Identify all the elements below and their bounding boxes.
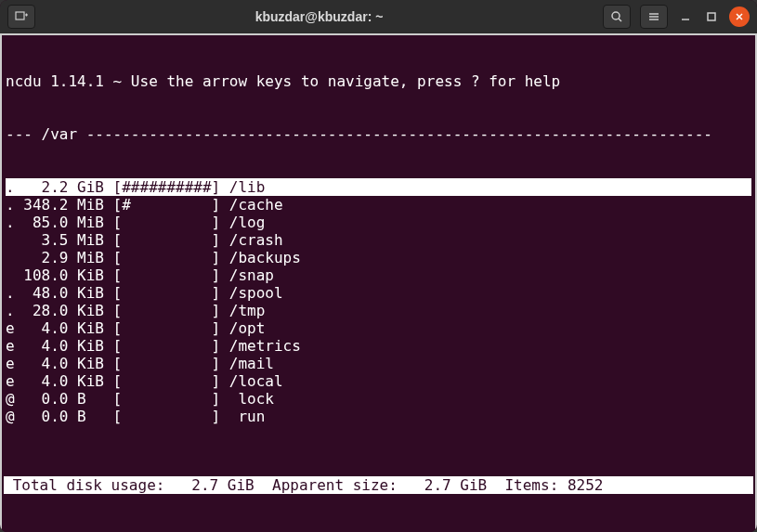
new-tab-button[interactable] <box>7 5 35 29</box>
window-title: kbuzdar@kbuzdar: ~ <box>43 9 595 24</box>
svg-rect-0 <box>16 12 24 19</box>
terminal-window: kbuzdar@kbuzdar: ~ <box>0 0 757 532</box>
path-line: --- /var -------------------------------… <box>6 125 751 143</box>
dir-row[interactable]: e 4.0 KiB [ ] /mail <box>6 355 751 372</box>
footer: Total disk usage: 2.7 GiB Apparent size:… <box>2 441 755 532</box>
svg-line-2 <box>619 19 621 21</box>
dir-row[interactable]: . 28.0 KiB [ ] /tmp <box>6 302 751 319</box>
close-icon <box>735 12 744 21</box>
dir-row[interactable]: 108.0 KiB [ ] /snap <box>6 266 751 284</box>
search-icon <box>610 10 623 23</box>
svg-point-1 <box>612 12 620 19</box>
menu-button[interactable] <box>640 5 668 29</box>
maximize-icon <box>706 11 717 22</box>
dir-row[interactable]: . 48.0 KiB [ ] /spool <box>6 284 751 302</box>
dir-row[interactable]: 2.9 MiB [ ] /backups <box>6 249 751 266</box>
dir-row[interactable]: e 4.0 KiB [ ] /opt <box>6 319 751 337</box>
search-button[interactable] <box>603 5 631 29</box>
dir-row[interactable]: . 2.2 GiB [##########] /lib <box>6 178 751 196</box>
dir-row[interactable]: . 348.2 MiB [# ] /cache <box>6 196 751 214</box>
minimize-button[interactable] <box>677 8 694 25</box>
dir-row[interactable]: @ 0.0 B [ ] run <box>6 408 751 425</box>
footer-line: Total disk usage: 2.7 GiB Apparent size:… <box>4 476 753 494</box>
dir-row[interactable]: e 4.0 KiB [ ] /local <box>6 372 751 390</box>
svg-rect-7 <box>708 13 715 20</box>
new-tab-icon <box>14 9 29 24</box>
dir-row[interactable]: @ 0.0 B [ ] lock <box>6 390 751 408</box>
maximize-button[interactable] <box>703 8 720 25</box>
dir-row[interactable]: e 4.0 KiB [ ] /metrics <box>6 337 751 355</box>
dir-row[interactable]: . 85.0 MiB [ ] /log <box>6 214 751 231</box>
terminal-content[interactable]: ncdu 1.14.1 ~ Use the arrow keys to navi… <box>0 33 757 532</box>
ncdu-header: ncdu 1.14.1 ~ Use the arrow keys to navi… <box>6 72 751 90</box>
close-button[interactable] <box>729 6 750 27</box>
dir-row[interactable]: 3.5 MiB [ ] /crash <box>6 231 751 249</box>
titlebar: kbuzdar@kbuzdar: ~ <box>0 0 757 33</box>
minimize-icon <box>680 11 691 22</box>
hamburger-icon <box>647 10 660 23</box>
